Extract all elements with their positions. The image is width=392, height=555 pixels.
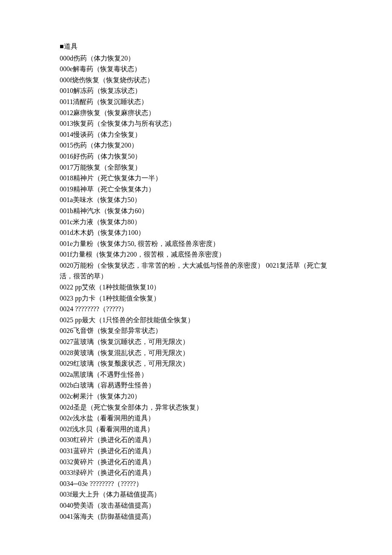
item-line: 0019精神草（死亡全恢复体力）	[60, 184, 332, 195]
item-line: 0027蓝玻璃（恢复沉睡状态，可用无限次）	[60, 336, 332, 347]
item-line: 0020万能粉（全恢复状态，非常苦的粉，大大减低与怪兽的亲密度） 0021复活草…	[60, 260, 332, 282]
item-line: 0013恢复药（全恢复体力与所有状态）	[60, 118, 332, 129]
item-line: 001a美味水（恢复体力50）	[60, 194, 332, 205]
item-line: 0010解冻药（恢复冻状态）	[60, 85, 332, 96]
item-line: 0034─03e ????????（?????）	[60, 478, 332, 489]
item-line: 0023 pp力卡（1种技能值全恢复）	[60, 293, 332, 304]
item-line: 0031蓝碎片（换进化石的道具）	[60, 445, 332, 457]
item-line: 002a黑玻璃（不遇野生怪兽）	[60, 369, 332, 380]
item-line: 002d圣是（死亡恢复全部体力，异常状态恢复）	[60, 402, 332, 413]
item-line: 0032黄碎片（换进化石的道具）	[60, 457, 332, 468]
item-line: 002e浅水盐（看看洞用的道具）	[60, 413, 332, 424]
item-line: 001e力量粉（恢复体力50, 很苦粉，减底怪兽亲密度）	[60, 238, 332, 249]
item-line: 001d木木奶（恢复体力100）	[60, 227, 332, 238]
item-line: 0024 ????????（?????）	[60, 304, 332, 315]
item-line: 0026飞音饼（恢复全部异常状态）	[60, 325, 332, 336]
item-line: 0017万能恢复（全部恢复）	[60, 162, 332, 173]
item-line: 0029红玻璃（恢复颓废状态，可用无限次）	[60, 358, 332, 369]
item-line: 0018精神片（死亡恢复体力一半）	[60, 173, 332, 184]
item-line: 0014慢谈药（体力全恢复）	[60, 129, 332, 140]
item-line: 002f浅水贝（看看洞用的道具）	[60, 424, 332, 435]
item-line: 000d伤药（体力恢复20）	[60, 53, 332, 64]
item-line: 0015伤药（体力恢复200）	[60, 140, 332, 151]
item-line: 0016好伤药（体力恢复50）	[60, 151, 332, 162]
item-line: 0030红碎片（换进化石的道具）	[60, 434, 332, 445]
section-header: ■道具	[60, 41, 332, 52]
item-line: 001c米力液（恢复体力80）	[60, 217, 332, 228]
item-line: 0025 pp最大（1只怪兽的全部技能值全恢复）	[60, 315, 332, 326]
item-line: 0041落海夫（防御基础值提高）	[60, 511, 332, 522]
item-line: 003f最大上升（体力基础值提高）	[60, 489, 332, 500]
item-line: 002c树果汁（恢复体力20）	[60, 391, 332, 402]
item-line: 0028黄玻璃（恢复混乱状态，可用无限次）	[60, 347, 332, 358]
item-list: 000d伤药（体力恢复20）000e解毒药（恢复毒状态）000f烧伤恢复（恢复烧…	[60, 53, 332, 522]
item-line: 0033绿碎片（换进化石的道具）	[60, 467, 332, 478]
item-line: 000e解毒药（恢复毒状态）	[60, 64, 332, 75]
item-line: 0040赞美语（攻击基础值提高）	[60, 500, 332, 511]
item-line: 0012麻痹恢复（恢复麻痹状态）	[60, 107, 332, 119]
item-line: 001f力量根（恢复体力200，很苦根，减底怪兽亲密度）	[60, 249, 332, 260]
item-line: 0022 pp艾依（1种技能值恢复10）	[60, 282, 332, 293]
item-line: 0011清醒药（恢复沉睡状态）	[60, 96, 332, 107]
item-line: 002b白玻璃（容易遇野生怪兽）	[60, 380, 332, 391]
item-line: 000f烧伤恢复（恢复烧伤状态）	[60, 75, 332, 86]
item-line: 001b精神汽水（恢复体力60）	[60, 205, 332, 217]
